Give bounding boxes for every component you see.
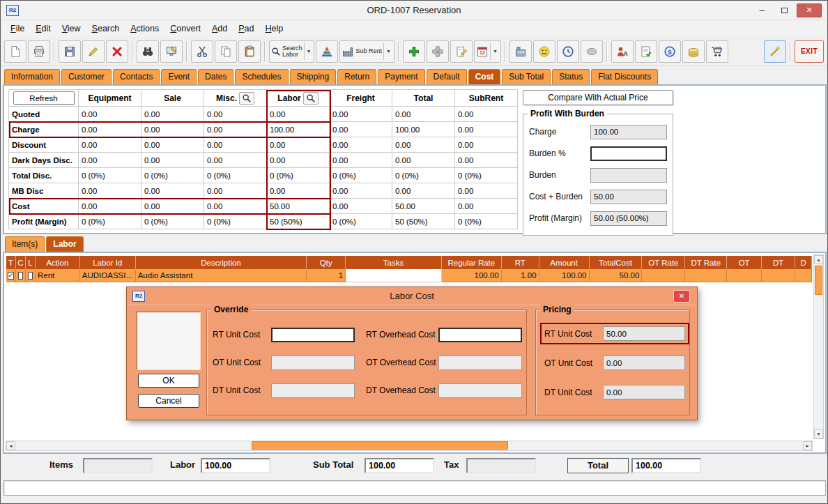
calendar-button[interactable]: 12▼ [474,40,501,63]
items-col-labor-id[interactable]: Labor Id [80,256,136,269]
items-col-ot[interactable]: OT [727,256,762,269]
detail-tab-item-s[interactable]: Item(s) [5,236,45,252]
money-stack-button[interactable] [682,40,705,63]
search-labor-dropdown-arrow[interactable]: ▼ [304,43,313,60]
tab-shipping[interactable]: Shipping [290,69,337,84]
tab-flat-discounts[interactable]: Flat Discounts [591,69,658,84]
menu-add[interactable]: Add [206,22,233,36]
price-pyramid-button[interactable] [316,40,338,63]
edit-pencil-button[interactable] [82,40,105,63]
history-clock-button[interactable] [557,40,579,63]
sub-rent-button[interactable]: Sub Rent▼ [339,40,394,63]
items-vertical-scrollbar[interactable]: ▲ ▼ [813,254,824,439]
items-col-amount[interactable]: Amount [539,256,590,269]
tab-cost[interactable]: Cost [468,69,501,84]
cart-button[interactable] [706,40,728,63]
t-checkbox[interactable]: ✓ [8,272,15,280]
items-col-d[interactable]: D [795,256,812,269]
menu-view[interactable]: View [56,22,86,36]
ellipse-button[interactable] [581,40,603,63]
override-input-rt-overhead-cost[interactable] [438,328,522,342]
menu-pad[interactable]: Pad [233,22,259,36]
vertical-scroll-thumb[interactable] [815,266,822,295]
c-checkbox[interactable] [18,272,23,280]
tab-customer[interactable]: Customer [61,69,112,84]
dialog-close-button[interactable]: ✕ [673,290,690,303]
search-labor-button[interactable]: SearchLabor▼ [269,40,314,63]
refresh-button[interactable]: Refresh [13,91,75,105]
exit-button[interactable]: EXIT [795,40,824,63]
scroll-down-button[interactable]: ▼ [814,429,823,438]
scroll-left-button[interactable]: ◄ [6,441,15,450]
cancel-button[interactable]: Cancel [138,394,199,408]
summary-label-total[interactable]: Total [567,458,629,473]
screen-edit-button[interactable] [160,40,183,63]
print-shop-button[interactable] [509,40,532,63]
menu-search[interactable]: Search [86,22,125,36]
contact-a-button[interactable]: A [611,40,634,63]
tab-contacts[interactable]: Contacts [113,69,160,84]
add-item-button[interactable] [403,40,425,63]
items-horizontal-scrollbar[interactable]: ◄ ► [6,441,813,451]
copy-button[interactable] [215,40,237,63]
items-col-rt[interactable]: RT [502,256,539,269]
items-col-action[interactable]: Action [36,256,80,269]
new-document-button[interactable] [4,40,26,63]
items-col-ot-rate[interactable]: OT Rate [642,256,685,269]
items-col-c[interactable]: C [16,256,26,269]
scroll-up-button[interactable]: ▲ [814,255,823,264]
wand-button[interactable] [764,40,786,63]
search-labor-button[interactable] [303,92,319,105]
items-col-qty[interactable]: Qty [307,256,346,269]
compare-with-actual-price-button[interactable]: Compare With Actual Price [523,90,673,105]
dialog-title-bar[interactable]: R2 Labor Cost ✕ [127,287,697,305]
items-col-tasks[interactable]: Tasks [346,256,442,269]
close-button[interactable]: ✕ [797,3,822,17]
print-button[interactable] [28,40,50,63]
scroll-right-button[interactable]: ► [803,441,812,450]
l-checkbox[interactable] [28,272,33,280]
items-col-dt[interactable]: DT [762,256,795,269]
paste-button[interactable] [238,40,261,63]
save-button[interactable] [59,40,81,63]
tab-event[interactable]: Event [161,69,197,84]
delete-button[interactable] [106,40,128,63]
items-col-totalcost[interactable]: TotalCost [590,256,643,269]
tab-status[interactable]: Status [552,69,590,84]
menu-convert[interactable]: Convert [164,22,206,36]
search-misc-button[interactable] [239,92,254,105]
note-edit-button[interactable] [450,40,473,63]
tab-payment[interactable]: Payment [378,69,424,84]
items-row[interactable]: ✓RentAUDIOASSI...Audio Assistant1100.001… [6,269,812,282]
binoculars-button[interactable] [137,40,159,63]
flower-button[interactable] [427,40,449,63]
tab-schedules[interactable]: Schedules [235,69,288,84]
menu-help[interactable]: Help [260,22,289,36]
smiley-button[interactable] [533,40,555,63]
detail-tab-labor[interactable]: Labor [46,236,83,252]
horizontal-scroll-thumb[interactable] [252,441,508,450]
tab-dates[interactable]: Dates [198,69,233,84]
override-input-rt-unit-cost[interactable] [271,328,355,342]
items-col-l[interactable]: L [26,256,36,269]
menu-edit[interactable]: Edit [30,22,56,36]
tab-information[interactable]: Information [4,69,60,84]
items-col-regular-rate[interactable]: Regular Rate [442,256,502,269]
tab-default[interactable]: Default [427,69,467,84]
minimize-button[interactable]: – [752,3,772,17]
menu-actions[interactable]: Actions [125,22,164,36]
ok-button[interactable]: OK [138,374,199,388]
dollar-button[interactable]: $ [659,40,681,63]
items-col-dt-rate[interactable]: DT Rate [685,256,727,269]
document-check-button[interactable] [635,40,657,63]
maximize-button[interactable] [774,3,794,17]
menu-file[interactable]: File [5,22,30,36]
sub-rent-dropdown-arrow[interactable]: ▼ [383,43,392,60]
burden-input-burden[interactable] [590,146,667,161]
tab-return[interactable]: Return [337,69,376,84]
calendar-dropdown-arrow[interactable]: ▼ [490,43,499,60]
items-col-t[interactable]: T [6,256,16,269]
items-col-description[interactable]: Description [136,256,307,269]
cut-button[interactable] [191,40,213,63]
tab-sub-total[interactable]: Sub Total [502,69,551,84]
